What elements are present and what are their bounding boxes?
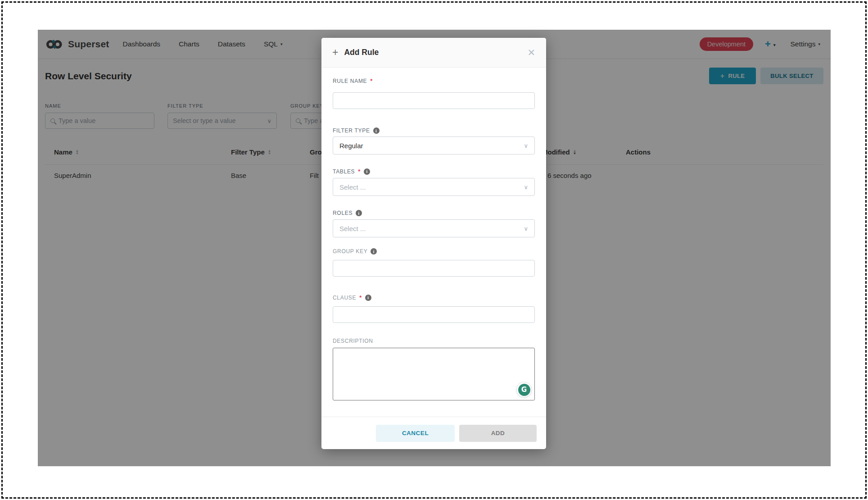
roles-dropdown[interactable]: Select ... ∨ bbox=[333, 219, 535, 237]
description-textarea[interactable] bbox=[333, 348, 535, 400]
group-key-input[interactable] bbox=[333, 260, 535, 277]
select-placeholder: Select ... bbox=[339, 225, 366, 232]
add-button[interactable]: ADD bbox=[459, 425, 537, 442]
tables-dropdown[interactable]: Select ... ∨ bbox=[333, 178, 535, 196]
chevron-down-icon: ∨ bbox=[524, 225, 528, 232]
modal-title: Add Rule bbox=[344, 48, 379, 57]
required-asterisk: * bbox=[370, 77, 373, 84]
filter-type-dropdown[interactable]: Regular ∨ bbox=[333, 136, 535, 155]
info-icon[interactable]: i bbox=[365, 295, 371, 301]
modal-footer: CANCEL ADD bbox=[321, 417, 546, 449]
required-asterisk: * bbox=[359, 294, 362, 301]
group-key-label: GROUP KEYi bbox=[333, 248, 377, 255]
grammarly-icon[interactable]: G bbox=[516, 382, 532, 397]
rule-name-input[interactable] bbox=[333, 92, 535, 109]
roles-label: ROLESi bbox=[333, 210, 362, 216]
close-icon[interactable]: ✕ bbox=[527, 47, 535, 58]
info-icon[interactable]: i bbox=[373, 127, 380, 134]
cancel-button[interactable]: CANCEL bbox=[376, 425, 455, 442]
select-placeholder: Select ... bbox=[339, 183, 366, 191]
chevron-down-icon: ∨ bbox=[524, 184, 528, 191]
plus-icon: + bbox=[332, 46, 338, 59]
description-label: DESCRIPTION bbox=[333, 338, 373, 344]
clause-input[interactable] bbox=[333, 306, 535, 323]
filter-type-label: FILTER TYPEi bbox=[333, 127, 380, 134]
info-icon[interactable]: i bbox=[364, 168, 370, 175]
selected-value: Regular bbox=[339, 142, 363, 150]
info-icon[interactable]: i bbox=[371, 248, 377, 255]
modal-header: + Add Rule ✕ bbox=[321, 38, 546, 68]
chevron-down-icon: ∨ bbox=[524, 142, 528, 149]
tables-label: TABLES*i bbox=[333, 168, 370, 175]
clause-label: CLAUSE*i bbox=[333, 294, 371, 301]
required-asterisk: * bbox=[358, 168, 361, 175]
rule-name-label: RULE NAME* bbox=[333, 77, 373, 84]
add-rule-modal: + Add Rule ✕ RULE NAME* FILTER TYPEi Reg… bbox=[321, 38, 546, 449]
info-icon[interactable]: i bbox=[356, 210, 362, 216]
